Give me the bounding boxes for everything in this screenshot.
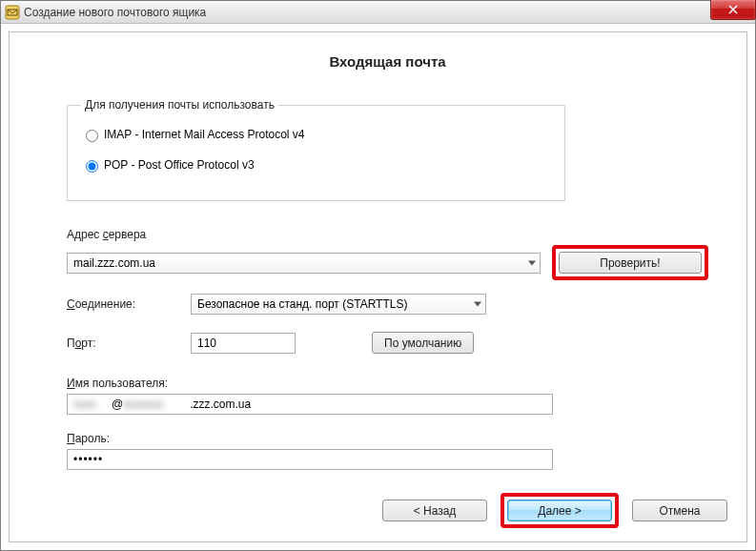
username-input[interactable]: xxxx@xxxxxxx.zzz.com.ua <box>67 394 553 415</box>
highlight-check-button: Проверить! <box>552 245 708 280</box>
protocol-groupbox: Для получения почты использовать IMAP - … <box>67 98 565 201</box>
check-button[interactable]: Проверить! <box>559 252 702 274</box>
close-button[interactable] <box>710 0 756 20</box>
page-title: Входящая почта <box>67 53 708 70</box>
server-address-combo[interactable]: mail.zzz.com.ua <box>67 253 541 274</box>
chevron-down-icon <box>528 260 536 265</box>
back-button[interactable]: < Назад <box>382 500 487 521</box>
username-masked-middle: xxxxxxx <box>123 398 190 411</box>
radio-imap-input[interactable] <box>86 130 98 142</box>
connection-combo[interactable]: Безопасное на станд. порт (STARTTLS) <box>191 294 486 315</box>
radio-imap-label: IMAP - Internet Mail Access Protocol v4 <box>104 128 305 141</box>
password-input[interactable]: •••••• <box>67 449 553 470</box>
chevron-down-icon <box>474 302 481 307</box>
cancel-button[interactable]: Отмена <box>632 500 727 521</box>
radio-pop[interactable]: POP - Post Office Protocol v3 <box>81 157 551 173</box>
wizard-button-row: < Назад Далее > Отмена <box>382 493 727 528</box>
password-value-masked: •••••• <box>73 453 103 466</box>
app-icon <box>5 5 20 20</box>
wizard-panel: Входящая почта Для получения почты испол… <box>9 31 747 542</box>
dialog-window: Создание нового почтового ящика Входящая… <box>0 0 756 551</box>
port-label: Порт: <box>67 337 191 350</box>
username-masked-prefix: xxxx <box>73 398 112 411</box>
connection-value: Безопасное на станд. порт (STARTTLS) <box>197 297 407 311</box>
radio-pop-input[interactable] <box>86 160 98 173</box>
server-address-value: mail.zzz.com.ua <box>73 256 155 270</box>
server-address-label: Адрес сервера <box>67 228 708 241</box>
port-default-button[interactable]: По умолчанию <box>372 332 474 354</box>
protocol-legend: Для получения почты использовать <box>81 98 278 112</box>
window-title: Создание нового почтового ящика <box>24 6 206 19</box>
radio-pop-label: POP - Post Office Protocol v3 <box>104 158 255 172</box>
password-label: Пароль: <box>67 432 708 445</box>
radio-imap[interactable]: IMAP - Internet Mail Access Protocol v4 <box>81 127 551 142</box>
client-area: Входящая почта Для получения почты испол… <box>1 24 755 550</box>
port-input[interactable] <box>191 333 296 354</box>
titlebar: Создание нового почтового ящика <box>1 1 755 24</box>
highlight-next-button: Далее > <box>501 493 619 528</box>
username-label: Имя пользователя: <box>67 377 708 390</box>
next-button[interactable]: Далее > <box>507 500 612 521</box>
connection-label: Соединение: <box>67 297 191 311</box>
